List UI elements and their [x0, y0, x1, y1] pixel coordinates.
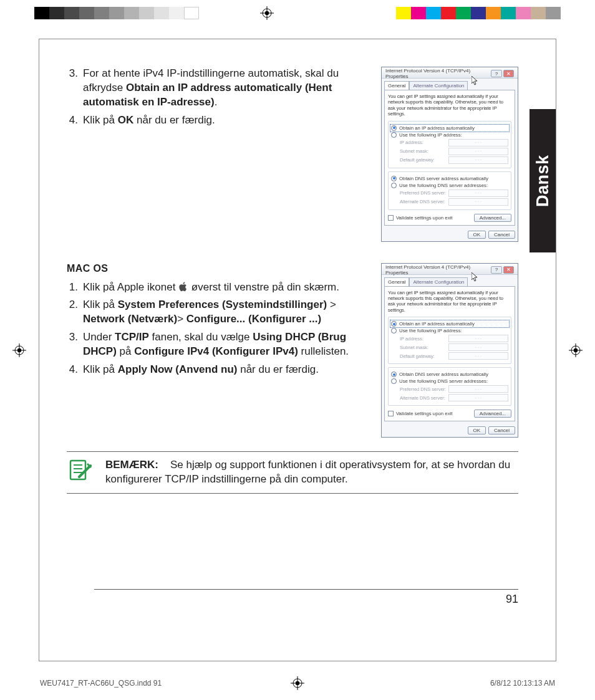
close-button[interactable]: ✕: [503, 70, 514, 77]
tab-alternate[interactable]: Alternate Configuration: [409, 81, 468, 90]
footer-rule: [94, 589, 518, 590]
language-tab: Dansk: [530, 109, 556, 252]
field-subnet-mask: Subnet mask:· · ·: [400, 343, 508, 351]
svg-rect-16: [70, 461, 85, 479]
radio-obtain-ip-auto[interactable]: Obtain an IP address automatically: [391, 321, 508, 327]
radio-use-ip[interactable]: Use the following IP address:: [391, 328, 508, 333]
tab-alternate[interactable]: Alternate Configuration: [409, 277, 468, 286]
advanced-button[interactable]: Advanced...: [474, 410, 511, 418]
list-item: 2.Klik på System Preferences (Systeminds…: [67, 298, 370, 327]
apple-icon: [178, 282, 188, 292]
help-button[interactable]: ?: [491, 70, 501, 77]
dialog-info-text: You can get IP settings assigned automat…: [388, 290, 511, 314]
list-item: 3.Under TCP/IP fanen, skal du vælge Usin…: [67, 330, 370, 359]
registration-mark-icon: [569, 343, 583, 357]
list-item: 4.Klik på Apply Now (Anvend nu) når du e…: [67, 363, 370, 377]
field-preferred-dns: Preferred DNS server:· · ·: [400, 189, 508, 197]
ipv4-properties-dialog: Internet Protocol Version 4 (TCP/IPv4) P…: [381, 67, 518, 242]
note-text: Se hjælp og support funktionen i dit ope…: [105, 459, 510, 485]
radio-obtain-ip-auto[interactable]: Obtain an IP address automatically: [391, 125, 508, 131]
radio-use-dns[interactable]: Use the following DNS server addresses:: [391, 183, 508, 188]
radio-use-ip[interactable]: Use the following IP address:: [391, 132, 508, 138]
advanced-button[interactable]: Advanced...: [474, 214, 511, 222]
checkbox-validate[interactable]: [388, 215, 394, 221]
ok-button[interactable]: OK: [468, 231, 486, 239]
note-icon: [67, 458, 92, 486]
field-preferred-dns: Preferred DNS server:· · ·: [400, 385, 508, 393]
field-subnet-mask: Subnet mask:· · ·: [400, 148, 508, 155]
field-alternate-dns: Alternate DNS server:· · ·: [400, 394, 508, 401]
cursor-icon: [472, 76, 479, 86]
field-alternate-dns: Alternate DNS server:· · ·: [400, 198, 508, 206]
help-button[interactable]: ?: [491, 266, 501, 274]
print-colorbar: [0, 7, 595, 19]
dialog-info-text: You can get IP settings assigned automat…: [388, 93, 511, 117]
field-ip-address: IP address:· · ·: [400, 139, 508, 146]
ipv4-properties-dialog: Internet Protocol Version 4 (TCP/IPv4) P…: [381, 263, 518, 438]
ok-button[interactable]: OK: [468, 426, 486, 434]
list-item: 3.For at hente iPv4 IP-indstillingerne a…: [67, 67, 370, 110]
radio-use-dns[interactable]: Use the following DNS server addresses:: [391, 378, 508, 384]
note-box: BEMÆRK: Se hjælp og support funktionen i…: [67, 451, 518, 494]
tab-general[interactable]: General: [384, 81, 409, 90]
field-default-gateway: Default gateway:· · ·: [400, 156, 508, 164]
checkbox-validate[interactable]: [388, 411, 394, 416]
cancel-button[interactable]: Cancel: [488, 231, 515, 239]
dialog-titlebar: Internet Protocol Version 4 (TCP/IPv4) P…: [382, 264, 518, 275]
field-default-gateway: Default gateway:· · ·: [400, 352, 508, 360]
page-number: 91: [506, 593, 518, 606]
print-slug: WEU7417_RT-AC66U_QSG.indd 91 6/8/12 10:1…: [40, 679, 555, 688]
field-ip-address: IP address:· · ·: [400, 335, 508, 342]
radio-obtain-dns-auto[interactable]: Obtain DNS server address automatically: [391, 372, 508, 377]
list-item: 1.Klik på Apple ikonet øverst til venstr…: [67, 280, 370, 295]
registration-mark-icon: [260, 6, 274, 20]
cancel-button[interactable]: Cancel: [488, 426, 515, 434]
slug-file: WEU7417_RT-AC66U_QSG.indd 91: [40, 679, 162, 688]
close-button[interactable]: ✕: [503, 266, 514, 274]
list-item: 4.Klik på OK når du er færdig.: [67, 113, 370, 128]
tab-general[interactable]: General: [384, 277, 409, 286]
slug-timestamp: 6/8/12 10:13:13 AM: [490, 679, 555, 688]
macos-heading: MAC OS: [67, 263, 370, 274]
registration-mark-icon: [12, 343, 26, 357]
note-label: BEMÆRK:: [105, 459, 158, 471]
cursor-icon: [472, 272, 479, 282]
dialog-titlebar: Internet Protocol Version 4 (TCP/IPv4) P…: [382, 67, 518, 79]
radio-obtain-dns-auto[interactable]: Obtain DNS server address automatically: [391, 176, 508, 181]
page-frame: Dansk 3.For at hente iPv4 IP-indstilling…: [39, 39, 556, 661]
